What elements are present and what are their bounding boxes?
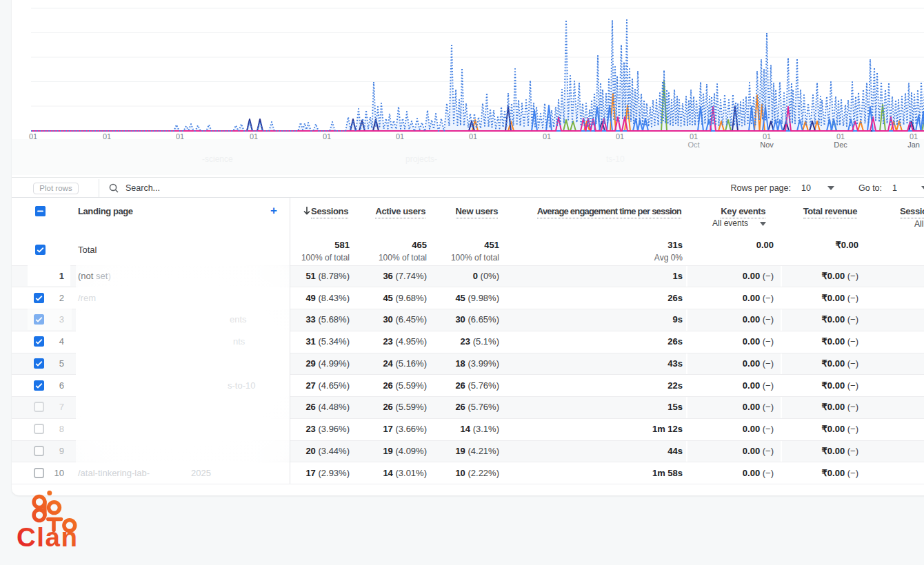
svg-text:Clan: Clan bbox=[17, 522, 77, 552]
